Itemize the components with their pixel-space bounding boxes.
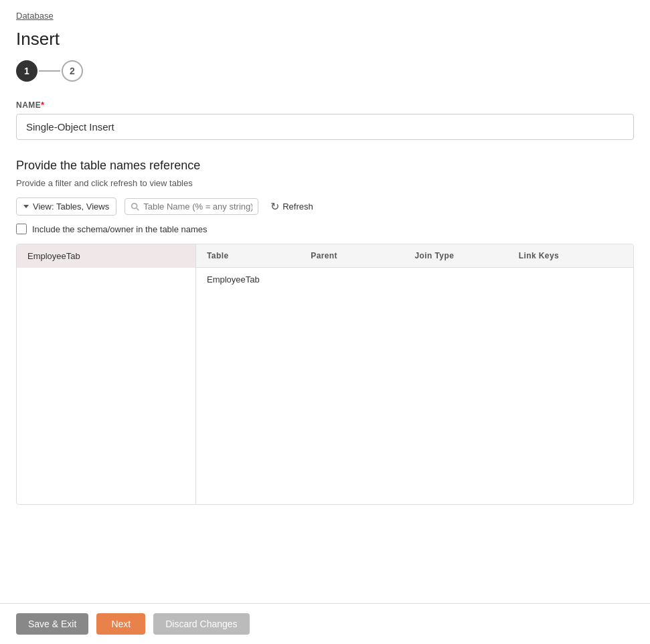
checkbox-label: Include the schema/owner in the table na… bbox=[32, 224, 208, 234]
table-row: EmployeeTab bbox=[196, 268, 633, 291]
bottom-bar: Save & Exit Next Discard Changes bbox=[0, 603, 650, 644]
step-2: 2 bbox=[62, 60, 83, 82]
col-join-type: Join Type bbox=[415, 251, 519, 260]
next-button[interactable]: Next bbox=[96, 613, 145, 635]
view-dropdown[interactable]: View: Tables, Views bbox=[16, 197, 116, 216]
stepper: 1 2 bbox=[16, 60, 634, 82]
refresh-icon: ↻ bbox=[270, 200, 279, 213]
checkbox-row: Include the schema/owner in the table na… bbox=[16, 224, 634, 234]
section-title: Provide the table names reference bbox=[16, 159, 634, 173]
page-title: Insert bbox=[16, 29, 634, 50]
name-input[interactable] bbox=[16, 114, 634, 140]
step-connector bbox=[39, 70, 60, 72]
search-wrapper bbox=[125, 198, 258, 215]
chevron-down-icon bbox=[23, 205, 29, 208]
row-link-keys bbox=[519, 274, 623, 285]
schema-checkbox[interactable] bbox=[16, 224, 27, 234]
refresh-button[interactable]: ↻ Refresh bbox=[266, 197, 317, 216]
row-table: EmployeeTab bbox=[207, 274, 311, 285]
breadcrumb[interactable]: Database bbox=[16, 11, 634, 21]
svg-line-1 bbox=[137, 208, 139, 210]
left-panel: EmployeeTab bbox=[17, 244, 196, 504]
left-panel-item[interactable]: EmployeeTab bbox=[17, 244, 195, 268]
col-link-keys: Link Keys bbox=[519, 251, 623, 260]
table-header: Table Parent Join Type Link Keys bbox=[196, 244, 633, 268]
filter-row: View: Tables, Views ↻ Refresh bbox=[16, 197, 634, 216]
page-container: Database Insert 1 2 NAME* Provide the ta… bbox=[0, 0, 650, 644]
search-input[interactable] bbox=[143, 202, 252, 212]
svg-point-0 bbox=[132, 203, 137, 208]
row-join-type bbox=[415, 274, 519, 285]
required-star: * bbox=[41, 100, 44, 110]
row-parent bbox=[311, 274, 414, 285]
search-icon bbox=[131, 202, 140, 212]
save-exit-button[interactable]: Save & Exit bbox=[16, 613, 88, 635]
col-table: Table bbox=[207, 251, 311, 260]
main-content: EmployeeTab Table Parent Join Type Link … bbox=[16, 244, 634, 505]
right-panel: Table Parent Join Type Link Keys Employe… bbox=[196, 244, 633, 504]
col-parent: Parent bbox=[311, 251, 414, 260]
step-1: 1 bbox=[16, 60, 37, 82]
name-label: NAME* bbox=[16, 100, 634, 110]
discard-button[interactable]: Discard Changes bbox=[153, 613, 249, 635]
section-subtitle: Provide a filter and click refresh to vi… bbox=[16, 178, 634, 188]
